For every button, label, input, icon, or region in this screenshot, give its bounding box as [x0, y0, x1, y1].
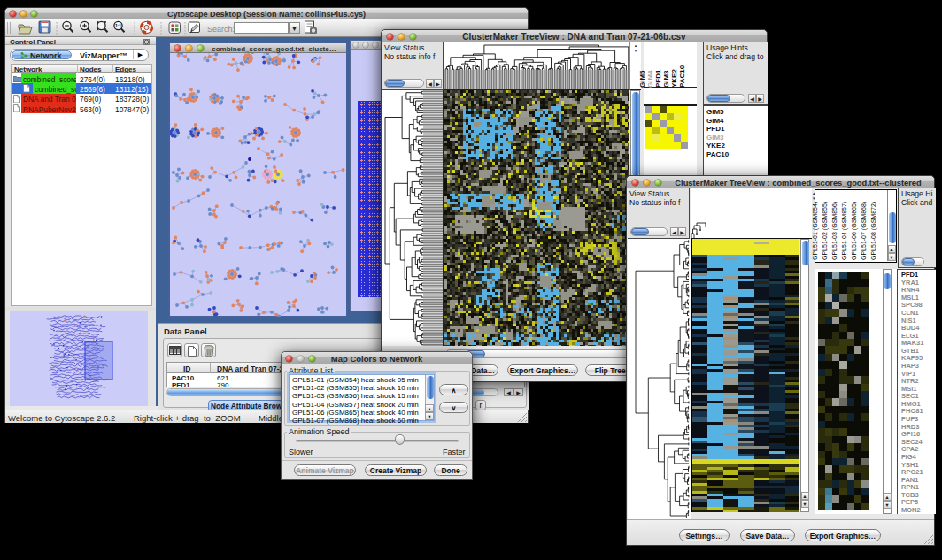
svg-text:1:1: 1:1: [115, 23, 121, 28]
